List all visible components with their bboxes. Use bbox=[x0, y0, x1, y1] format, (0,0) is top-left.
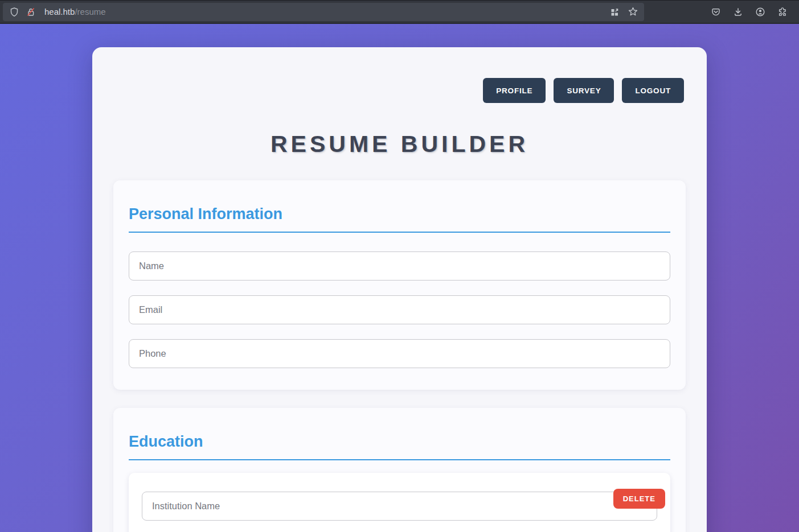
browser-toolbar: heal.htb/resume bbox=[0, 0, 799, 24]
institution-name-input[interactable] bbox=[142, 492, 657, 521]
delete-education-entry-button[interactable]: DELETE bbox=[613, 489, 665, 509]
email-input[interactable] bbox=[129, 295, 670, 324]
phone-input[interactable] bbox=[129, 339, 670, 368]
url-path: /resume bbox=[75, 7, 105, 17]
personal-information-fields bbox=[129, 251, 670, 368]
personal-information-heading: Personal Information bbox=[129, 205, 670, 233]
bookmark-star-icon[interactable] bbox=[627, 6, 638, 18]
page-background: PROFILE SURVEY LOGOUT RESUME BUILDER Per… bbox=[0, 24, 799, 532]
downloads-icon[interactable] bbox=[732, 6, 744, 18]
tracking-protection-shield-icon[interactable] bbox=[9, 6, 20, 18]
pocket-icon[interactable] bbox=[710, 6, 722, 18]
toolbar-action-icons bbox=[710, 6, 796, 18]
education-section: Education DELETE bbox=[113, 408, 686, 532]
resume-builder-card: PROFILE SURVEY LOGOUT RESUME BUILDER Per… bbox=[92, 47, 707, 532]
personal-information-section: Personal Information bbox=[113, 180, 686, 390]
urlbar-page-actions bbox=[609, 6, 638, 18]
extensions-puzzle-icon[interactable] bbox=[777, 6, 788, 18]
url-text: heal.htb/resume bbox=[44, 7, 106, 17]
url-host: heal.htb bbox=[44, 7, 75, 17]
name-input[interactable] bbox=[129, 251, 670, 281]
nav-button-row: PROFILE SURVEY LOGOUT bbox=[113, 78, 686, 103]
grid-arrow-page-action-icon[interactable] bbox=[609, 6, 620, 18]
account-icon[interactable] bbox=[755, 6, 766, 18]
page-title: RESUME BUILDER bbox=[113, 131, 686, 158]
connection-not-secure-lock-icon[interactable] bbox=[25, 6, 36, 18]
logout-button[interactable]: LOGOUT bbox=[622, 78, 684, 103]
url-bar[interactable]: heal.htb/resume bbox=[3, 3, 644, 21]
education-entry: DELETE bbox=[129, 473, 670, 532]
profile-button[interactable]: PROFILE bbox=[483, 78, 546, 103]
education-heading: Education bbox=[129, 433, 670, 460]
survey-button[interactable]: SURVEY bbox=[554, 78, 614, 103]
